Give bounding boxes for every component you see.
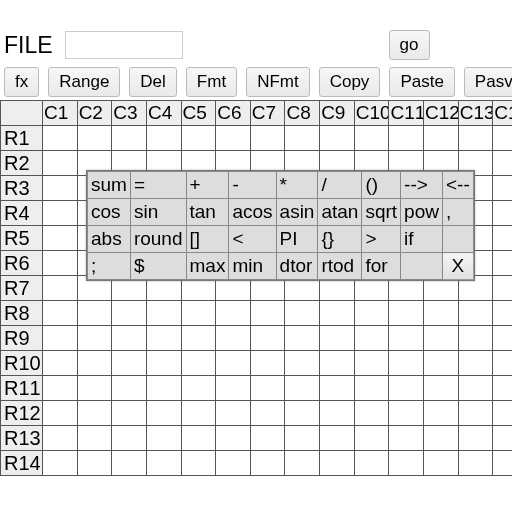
col-header[interactable]: C7 [250, 101, 285, 126]
cell[interactable] [250, 301, 285, 326]
fx-key[interactable]: {} [318, 226, 362, 253]
cell[interactable] [146, 326, 181, 351]
cell[interactable] [77, 401, 112, 426]
cell[interactable] [77, 451, 112, 476]
cell[interactable] [77, 351, 112, 376]
cell[interactable] [285, 351, 320, 376]
cell[interactable] [424, 376, 459, 401]
col-header[interactable]: C2 [77, 101, 112, 126]
cell[interactable] [146, 301, 181, 326]
cell[interactable] [146, 426, 181, 451]
row-header[interactable]: R13 [1, 426, 43, 451]
cell[interactable] [389, 426, 424, 451]
col-header[interactable]: C4 [146, 101, 181, 126]
fx-key[interactable]: < [229, 226, 276, 253]
cell[interactable] [354, 451, 389, 476]
cell[interactable] [250, 426, 285, 451]
cell[interactable] [216, 126, 251, 151]
fx-key[interactable]: acos [229, 199, 276, 226]
fmt-button[interactable]: Fmt [186, 67, 237, 97]
cell[interactable] [181, 426, 216, 451]
cell[interactable] [493, 201, 512, 226]
fx-button[interactable]: fx [4, 67, 39, 97]
cell[interactable] [458, 126, 493, 151]
cell[interactable] [493, 426, 512, 451]
cell[interactable] [354, 376, 389, 401]
cell[interactable] [181, 351, 216, 376]
cell[interactable] [354, 301, 389, 326]
fx-key[interactable]: asin [276, 199, 318, 226]
col-header[interactable]: C11 [389, 101, 424, 126]
cell[interactable] [458, 451, 493, 476]
col-header[interactable]: C10 [354, 101, 389, 126]
cell[interactable] [424, 301, 459, 326]
cell[interactable] [458, 351, 493, 376]
fx-key[interactable]: = [130, 172, 186, 199]
cell[interactable] [493, 351, 512, 376]
cell[interactable] [493, 326, 512, 351]
cell[interactable] [216, 376, 251, 401]
row-header[interactable]: R10 [1, 351, 43, 376]
cell[interactable] [354, 126, 389, 151]
col-header[interactable]: C1 [43, 101, 78, 126]
cell[interactable] [320, 126, 355, 151]
cell[interactable] [285, 426, 320, 451]
cell[interactable] [181, 326, 216, 351]
cell[interactable] [250, 326, 285, 351]
cell[interactable] [493, 251, 512, 276]
cell[interactable] [181, 376, 216, 401]
cell[interactable] [43, 451, 78, 476]
cell[interactable] [320, 451, 355, 476]
cell[interactable] [112, 301, 147, 326]
cell[interactable] [181, 301, 216, 326]
cell[interactable] [43, 176, 78, 201]
cell[interactable] [285, 401, 320, 426]
fx-key[interactable]: max [186, 253, 229, 280]
fx-key[interactable]: atan [318, 199, 362, 226]
fx-key[interactable]: <-- [442, 172, 473, 199]
cell[interactable] [320, 401, 355, 426]
cell[interactable] [43, 226, 78, 251]
cell[interactable] [77, 301, 112, 326]
fx-key[interactable]: for [362, 253, 401, 280]
cell[interactable] [43, 426, 78, 451]
fx-key[interactable]: cos [88, 199, 131, 226]
cell[interactable] [43, 301, 78, 326]
cell[interactable] [216, 426, 251, 451]
fx-close-button[interactable]: X [442, 253, 473, 280]
range-button[interactable]: Range [48, 67, 120, 97]
cell[interactable] [43, 126, 78, 151]
cell[interactable] [424, 401, 459, 426]
cell[interactable] [216, 326, 251, 351]
row-header[interactable]: R5 [1, 226, 43, 251]
go-button[interactable]: go [389, 30, 430, 60]
cell[interactable] [493, 301, 512, 326]
fx-key[interactable]: min [229, 253, 276, 280]
cell[interactable] [216, 451, 251, 476]
cell[interactable] [146, 451, 181, 476]
cell[interactable] [146, 376, 181, 401]
fx-key[interactable]: abs [88, 226, 131, 253]
cell[interactable] [216, 351, 251, 376]
cell[interactable] [389, 126, 424, 151]
cell[interactable] [181, 401, 216, 426]
cell[interactable] [354, 326, 389, 351]
cell[interactable] [458, 426, 493, 451]
cell[interactable] [43, 376, 78, 401]
cell[interactable] [493, 126, 512, 151]
cell[interactable] [493, 176, 512, 201]
row-header[interactable]: R2 [1, 151, 43, 176]
fx-key[interactable]: rtod [318, 253, 362, 280]
cell[interactable] [77, 326, 112, 351]
cell[interactable] [424, 326, 459, 351]
cell[interactable] [389, 376, 424, 401]
cell[interactable] [112, 376, 147, 401]
row-header[interactable]: R4 [1, 201, 43, 226]
row-header[interactable]: R1 [1, 126, 43, 151]
cell[interactable] [458, 326, 493, 351]
cell[interactable] [112, 401, 147, 426]
fx-key[interactable]: if [401, 226, 443, 253]
cell[interactable] [320, 376, 355, 401]
cell[interactable] [493, 451, 512, 476]
cell[interactable] [43, 151, 78, 176]
